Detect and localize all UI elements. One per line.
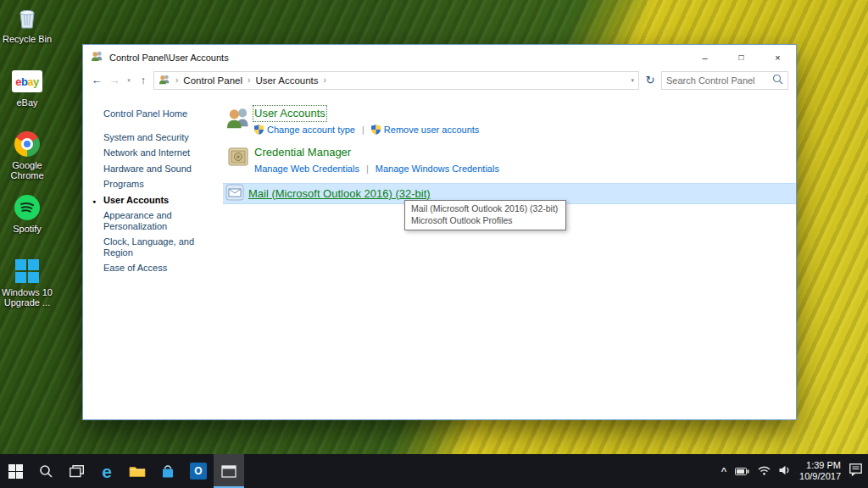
section-credential-manager: Credential Manager Manage Web Credential…	[223, 144, 796, 175]
file-explorer-button[interactable]	[122, 454, 153, 488]
uac-shield-icon	[371, 125, 381, 136]
edge-button[interactable]: e	[92, 454, 122, 488]
system-tray: ^ 1:39 PM 10/9/2017	[721, 454, 868, 488]
taskbar-clock[interactable]: 1:39 PM 10/9/2017	[799, 460, 841, 482]
ebay-icon: ebay	[12, 68, 42, 95]
control-panel-taskbar-button[interactable]	[214, 454, 244, 488]
manage-windows-credentials-link[interactable]: Manage Windows Credentials	[376, 164, 499, 174]
uac-shield-icon	[254, 125, 264, 136]
user-accounts-icon	[225, 105, 251, 130]
ebay-logo-letter: y	[33, 75, 39, 88]
search-input[interactable]	[666, 75, 772, 86]
window-title: Control Panel\User Accounts	[109, 53, 687, 63]
sidebar-item-programs[interactable]: Programs	[103, 179, 223, 190]
remove-user-accounts-link[interactable]: Remove user accounts	[384, 125, 480, 135]
breadcrumb-user-accounts[interactable]: User Accounts	[255, 75, 318, 86]
back-button[interactable]: ←	[89, 73, 104, 88]
minimize-button[interactable]: –	[687, 45, 723, 69]
desktop-icon-label: Spotify	[13, 224, 42, 234]
close-button[interactable]: ×	[760, 45, 796, 69]
windows-flag-icon	[15, 258, 39, 285]
sidebar-item-label: User Accounts	[103, 195, 169, 205]
show-hidden-icons-button[interactable]: ^	[721, 466, 726, 476]
action-center-button[interactable]	[849, 463, 862, 480]
folder-icon	[129, 464, 146, 478]
sidebar-item-network-and-internet[interactable]: Network and Internet	[103, 147, 223, 158]
desktop-icon-spotify[interactable]: Spotify	[1, 194, 53, 234]
edge-icon: e	[102, 463, 112, 480]
taskbar: e O ^ 1:39 PM 10/9/2017	[0, 454, 868, 488]
desktop: Recycle Bin ebay eBay Google Chrome Spot…	[0, 0, 868, 488]
start-button[interactable]	[0, 454, 31, 488]
desktop-icon-windows-upgrade[interactable]: Windows 10 Upgrade ...	[1, 258, 53, 308]
tooltip-line-1: Mail (Microsoft Outlook 2016) (32-bit)	[411, 203, 558, 215]
desktop-icon-label: Recycle Bin	[3, 34, 52, 44]
section-user-accounts: User Accounts Change account type | Remo…	[223, 105, 796, 136]
address-dropdown-icon[interactable]: ▾	[631, 77, 634, 84]
forward-button[interactable]: →	[107, 73, 122, 88]
outlook-icon: O	[190, 463, 207, 480]
maximize-button[interactable]: □	[723, 45, 760, 69]
credential-manager-icon	[225, 144, 251, 169]
taskbar-search-button[interactable]	[31, 454, 61, 488]
window-app-icon	[91, 50, 103, 65]
network-icon[interactable]	[758, 463, 771, 479]
content-pane: User Accounts Change account type | Remo…	[223, 95, 796, 419]
link-separator: |	[362, 125, 364, 135]
search-icon	[39, 464, 53, 478]
clock-date: 10/9/2017	[799, 471, 841, 482]
ebay-logo-letter: e	[15, 75, 21, 88]
window-titlebar[interactable]: Control Panel\User Accounts – □ ×	[83, 45, 796, 69]
breadcrumb-separator-icon: ›	[321, 75, 329, 85]
battery-icon[interactable]	[735, 463, 749, 479]
sidebar-item-appearance-personalization[interactable]: Appearance and Personalization	[103, 210, 223, 231]
sidebar-item-clock-language-region[interactable]: Clock, Language, and Region	[103, 236, 223, 258]
control-panel-window: Control Panel\User Accounts – □ × ← → ▾ …	[82, 44, 797, 420]
task-view-icon	[70, 465, 84, 478]
mail-tooltip: Mail (Microsoft Outlook 2016) (32-bit) M…	[404, 200, 566, 230]
up-button[interactable]: ↑	[136, 73, 151, 88]
desktop-icon-label: Google Chrome	[1, 160, 53, 180]
desktop-icon-google-chrome[interactable]: Google Chrome	[1, 130, 53, 180]
credential-manager-heading[interactable]: Credential Manager	[254, 146, 351, 159]
history-dropdown-icon[interactable]: ▾	[125, 77, 133, 84]
desktop-icon-label: Windows 10 Upgrade ...	[1, 287, 53, 308]
mail-outlook-link[interactable]: Mail (Microsoft Outlook 2016) (32-bit)	[248, 187, 431, 200]
sidebar-item-hardware-and-sound[interactable]: Hardware and Sound	[103, 164, 223, 175]
breadcrumb-control-panel[interactable]: Control Panel	[183, 75, 242, 86]
search-box	[661, 71, 788, 90]
recycle-bin-icon	[17, 4, 37, 31]
sidebar-item-ease-of-access[interactable]: Ease of Access	[103, 263, 223, 274]
search-icon[interactable]	[772, 73, 783, 88]
change-account-type-link[interactable]: Change account type	[267, 125, 355, 135]
desktop-icon-label: eBay	[16, 97, 37, 108]
address-bar[interactable]: › Control Panel › User Accounts › ▾	[153, 71, 639, 90]
volume-icon[interactable]	[779, 463, 791, 479]
action-center-icon	[849, 463, 862, 476]
breadcrumb-icon	[159, 74, 170, 86]
selected-bullet-icon: ●	[92, 197, 96, 208]
store-bag-icon	[161, 464, 175, 479]
desktop-icon-ebay[interactable]: ebay eBay	[1, 68, 53, 108]
refresh-button[interactable]: ↻	[642, 74, 659, 86]
ebay-logo-letter: b	[21, 75, 27, 88]
user-accounts-heading[interactable]: User Accounts	[254, 107, 326, 120]
sidebar-item-control-panel-home[interactable]: Control Panel Home	[103, 108, 223, 119]
sidebar: Control Panel Home System and Security N…	[83, 95, 223, 419]
ebay-logo-letter: a	[27, 75, 33, 88]
windows-logo-icon	[8, 464, 23, 479]
chrome-icon	[14, 130, 40, 158]
desktop-icon-recycle-bin[interactable]: Recycle Bin	[1, 4, 53, 44]
outlook-button[interactable]: O	[183, 454, 214, 488]
navigation-bar: ← → ▾ ↑ › Control Panel › User Accounts …	[83, 69, 796, 95]
sidebar-item-user-accounts[interactable]: ● User Accounts	[103, 195, 223, 206]
breadcrumb-separator-icon: ›	[173, 75, 181, 85]
link-separator: |	[366, 164, 369, 174]
clock-time: 1:39 PM	[799, 460, 841, 471]
tooltip-line-2: Microsoft Outlook Profiles	[411, 215, 558, 227]
task-view-button[interactable]	[61, 454, 92, 488]
manage-web-credentials-link[interactable]: Manage Web Credentials	[254, 164, 359, 174]
sidebar-item-system-and-security[interactable]: System and Security	[103, 132, 223, 143]
breadcrumb-separator-icon: ›	[245, 75, 253, 85]
store-button[interactable]	[153, 454, 183, 488]
